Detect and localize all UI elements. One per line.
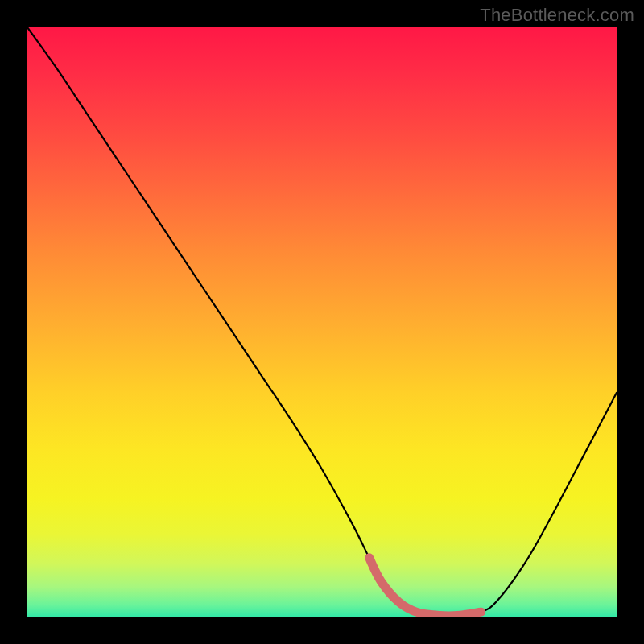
curve-svg xyxy=(27,27,617,617)
watermark-text: TheBottleneck.com xyxy=(480,5,634,26)
highlight-segment xyxy=(369,558,481,616)
chart-container: { "watermark": "TheBottleneck.com", "cha… xyxy=(0,0,644,644)
main-curve xyxy=(27,27,617,616)
plot-area xyxy=(27,27,617,617)
